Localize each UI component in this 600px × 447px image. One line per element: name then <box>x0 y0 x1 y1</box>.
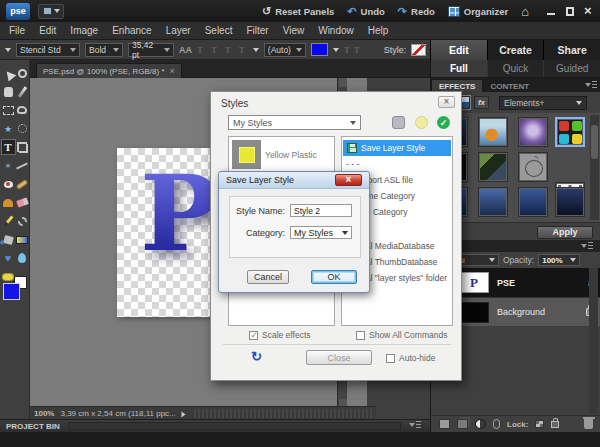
save-dialog-titlebar[interactable]: Save Layer Style <box>219 172 369 189</box>
text-color-swatch[interactable] <box>311 43 328 56</box>
faux-styles-icons[interactable]: T T T T <box>197 45 248 55</box>
lasso-tool[interactable] <box>16 104 29 117</box>
project-bin-bar[interactable]: PROJECT BIN <box>0 419 431 432</box>
clone-stamp-tool[interactable] <box>2 196 15 209</box>
menu-help[interactable]: Help <box>368 25 389 36</box>
close-window-button[interactable] <box>584 7 594 16</box>
refresh-icon[interactable] <box>251 350 266 365</box>
document-close-icon[interactable]: × <box>170 67 175 76</box>
effect-thumbnail-collage[interactable] <box>478 152 508 182</box>
lock-transparency-icon[interactable] <box>535 420 544 428</box>
eyedropper-tool[interactable] <box>16 85 29 98</box>
effects-panel-menu-icon[interactable] <box>585 81 597 89</box>
effects-scrollbar[interactable] <box>590 115 599 220</box>
apply-button[interactable]: Apply <box>537 226 593 239</box>
menu-image[interactable]: Image <box>70 25 98 36</box>
computer-icon[interactable] <box>392 116 405 129</box>
shape-tool[interactable] <box>2 252 15 265</box>
crop-tool[interactable] <box>16 141 29 154</box>
magic-wand-tool[interactable] <box>2 122 15 135</box>
scroll-up-arrow[interactable] <box>339 78 347 87</box>
menu-select[interactable]: Select <box>205 25 233 36</box>
layer-thumbnail[interactable]: P <box>459 272 489 293</box>
font-size-select[interactable]: 35,42 pt <box>128 43 174 57</box>
tool-options-chevron-icon[interactable] <box>5 48 11 55</box>
auto-hide-checkbox-row[interactable]: Auto-hide <box>386 353 435 363</box>
font-family-select[interactable]: Stencil Std <box>16 43 80 57</box>
effect-thumbnail-blue-4[interactable] <box>555 187 585 217</box>
tab-quick[interactable]: Quick <box>488 60 545 77</box>
pencil-tool[interactable] <box>2 215 15 228</box>
text-align-icon[interactable] <box>253 48 259 55</box>
style-name-input[interactable] <box>290 204 352 217</box>
text-color-chevron-icon[interactable] <box>333 48 339 55</box>
effect-thumbnail-apple-outline[interactable] <box>518 152 548 182</box>
layers-scrollbar[interactable] <box>589 268 598 414</box>
undo-button[interactable]: Undo <box>347 6 385 17</box>
delete-layer-icon[interactable] <box>584 419 593 429</box>
spot-healing-brush-tool[interactable] <box>16 178 29 191</box>
menu-view[interactable]: View <box>283 25 305 36</box>
photo-effects-fx-icon[interactable]: fx <box>474 96 489 109</box>
layers-panel-menu-icon[interactable] <box>581 242 593 250</box>
styles-dialog-close-button[interactable] <box>438 96 455 108</box>
tab-guided[interactable]: Guided <box>544 60 600 77</box>
lock-all-icon[interactable] <box>551 421 559 428</box>
layer-style-swatch[interactable] <box>411 44 426 56</box>
foreground-color-swatch[interactable] <box>3 283 20 300</box>
blur-tool[interactable] <box>16 252 29 265</box>
styles-category-select[interactable]: My Styles <box>228 115 361 130</box>
tab-create[interactable]: Create <box>487 40 544 60</box>
effect-thumbnail-goldfish[interactable] <box>478 117 508 147</box>
document-tab[interactable]: PSE.psd @ 100% (PSE, RGB/8) * × <box>36 63 182 78</box>
color-swatches[interactable] <box>3 276 27 300</box>
maximize-button[interactable] <box>565 7 575 16</box>
smart-brush-tool[interactable] <box>16 215 29 228</box>
menu-edit[interactable]: Edit <box>39 25 56 36</box>
styles-close-button[interactable]: Close <box>306 350 372 365</box>
green-check-icon[interactable] <box>437 116 450 129</box>
new-layer-icon[interactable] <box>439 419 450 429</box>
paint-bucket-tool[interactable] <box>2 233 15 246</box>
organizer-button[interactable]: Organizer <box>448 6 508 17</box>
library-select[interactable]: Elements+ <box>499 96 587 110</box>
project-bin-menu-icon[interactable] <box>409 421 421 429</box>
scale-effects-checkbox-row[interactable]: Scale effects <box>249 330 311 340</box>
menu-window[interactable]: Window <box>318 25 354 36</box>
tab-share[interactable]: Share <box>543 40 600 60</box>
menu-layer[interactable]: Layer <box>166 25 191 36</box>
adjustment-layer-icon[interactable] <box>475 419 486 429</box>
open-menu-button[interactable] <box>38 4 64 19</box>
opacity-select[interactable]: 100% <box>538 254 580 266</box>
quick-selection-tool[interactable] <box>16 122 29 135</box>
leading-select[interactable]: (Auto) <box>264 43 306 57</box>
font-style-select[interactable]: Bold <box>85 43 123 57</box>
style-list-item[interactable]: Yellow Plastic <box>229 137 334 172</box>
zoom-level[interactable]: 100% <box>34 409 54 418</box>
eraser-tool[interactable] <box>16 196 29 209</box>
tab-full[interactable]: Full <box>431 60 488 77</box>
menu-enhance[interactable]: Enhance <box>112 25 151 36</box>
home-button[interactable] <box>521 5 529 18</box>
cancel-button[interactable]: Cancel <box>247 270 289 284</box>
layer-name[interactable]: PSE <box>497 278 515 288</box>
show-all-commands-checkbox[interactable] <box>356 331 365 340</box>
save-dialog-close-button[interactable] <box>335 174 362 186</box>
link-layers-icon[interactable] <box>493 419 500 429</box>
show-all-commands-checkbox-row[interactable]: Show All Commands <box>356 330 447 340</box>
cookie-cutter-tool[interactable] <box>2 159 15 172</box>
layer-thumbnail[interactable] <box>459 302 489 323</box>
tab-content[interactable]: CONTENT <box>483 80 536 92</box>
redo-button[interactable]: Redo <box>398 6 435 17</box>
text-warp-icon[interactable]: T T <box>344 45 361 55</box>
category-select[interactable]: My Styles <box>290 226 352 239</box>
effect-thumbnail-purple-lens[interactable] <box>518 117 548 147</box>
menu-file[interactable]: File <box>9 25 25 36</box>
move-tool[interactable] <box>2 67 15 80</box>
ok-button[interactable]: OK <box>311 270 357 284</box>
auto-hide-checkbox[interactable] <box>386 354 395 363</box>
effect-thumbnail-blue-3[interactable] <box>518 187 548 217</box>
new-group-icon[interactable] <box>457 419 468 429</box>
marquee-tool[interactable] <box>2 104 15 117</box>
type-tool-selected[interactable]: T <box>1 139 16 155</box>
